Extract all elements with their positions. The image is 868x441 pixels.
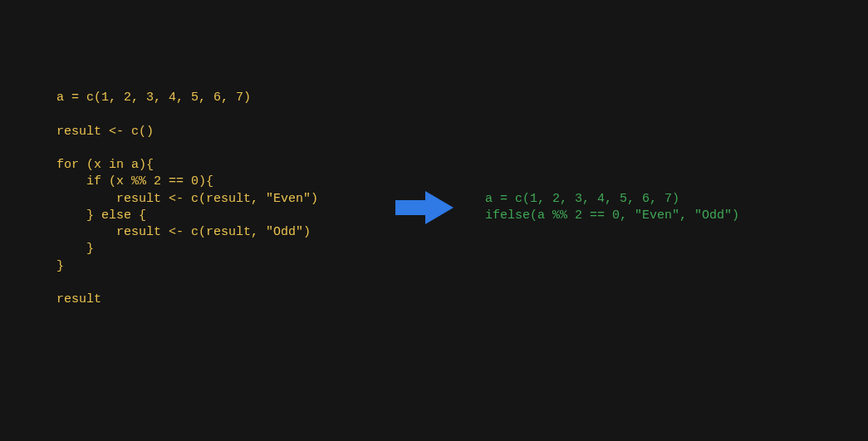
left-code-block: a = c(1, 2, 3, 4, 5, 6, 7) result <- c()… (56, 90, 318, 308)
arrow-right-icon (395, 189, 454, 226)
right-code-block: a = c(1, 2, 3, 4, 5, 6, 7) ifelse(a %% 2… (485, 191, 739, 225)
svg-marker-0 (395, 191, 454, 224)
